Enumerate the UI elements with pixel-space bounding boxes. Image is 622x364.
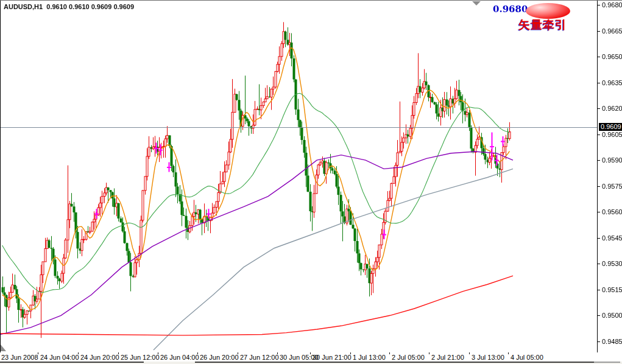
mt4-chart-window: AUDUSD,H1 0.9610 0.9610 0.9609 0.9609 0.… — [0, 0, 622, 364]
price-axis-tick — [598, 341, 600, 342]
price-axis-tick — [598, 315, 600, 316]
time-axis-tick — [429, 352, 429, 354]
price-tick-label: 0.9530 — [602, 260, 622, 267]
vector-indicator-name: 矢量牵引 — [518, 17, 567, 33]
price-tick-label: 0.9605 — [602, 131, 622, 138]
chart-plot-area — [0, 1, 597, 353]
price-axis-tick — [598, 135, 600, 135]
chart-title: AUDUSD,H1 0.9610 0.9610 0.9609 0.9609 — [4, 3, 134, 10]
time-axis-tick — [158, 352, 158, 354]
price-tick-label: 0.9575 — [602, 183, 622, 190]
price-tick-label: 0.9590 — [602, 156, 622, 164]
price-axis-tick — [598, 5, 600, 5]
time-axis-tick — [469, 352, 470, 354]
price-tick-label: 0.9620 — [602, 105, 622, 112]
time-tick-label: 24 Jun 04:00 — [40, 354, 79, 361]
price-tick-label: 0.9500 — [602, 312, 622, 319]
time-tick-label: 26 Jun 20:00 — [200, 354, 239, 361]
scroll-corner-marker-icon — [1, 345, 6, 351]
time-axis-tick — [197, 352, 198, 354]
time-tick-label: 25 Jun 12:00 — [121, 354, 160, 361]
current-price-tag: 0.9609 — [599, 123, 622, 131]
price-axis-tick — [598, 160, 600, 161]
price-tick-label: 0.9650 — [602, 53, 622, 60]
price-tick-label: 0.9545 — [602, 234, 622, 242]
candlestick-chart[interactable] — [0, 1, 597, 352]
time-axis-tick — [277, 352, 278, 354]
bottom-border-segment — [0, 362, 144, 363]
price-tick-label: 0.9635 — [602, 79, 622, 86]
price-axis-tick — [598, 57, 600, 57]
price-axis-tick — [598, 83, 600, 83]
time-axis-tick — [78, 352, 79, 354]
time-tick-label: 2 Jul 05:00 — [392, 354, 425, 361]
time-axis-tick — [118, 352, 119, 354]
chart-left-frame — [0, 1, 1, 352]
price-tick-label: 0.9560 — [602, 208, 622, 215]
bottom-border-segment — [594, 362, 620, 363]
price-tick-label: 0.9665 — [602, 27, 622, 35]
window-bottom-border — [0, 362, 622, 364]
time-tick-label: 23 Jun 2008 — [1, 354, 38, 361]
time-tick-label: 24 Jun 20:00 — [80, 354, 119, 361]
price-tick-label: 0.9515 — [602, 286, 622, 293]
time-tick-label: 4 Jul 05:00 — [511, 354, 543, 361]
time-axis-tick — [350, 352, 351, 354]
price-axis-tick — [598, 212, 600, 212]
price-axis[interactable]: 0.9609 0.96800.96650.96500.96350.96200.9… — [597, 1, 622, 352]
time-axis-tick — [310, 352, 311, 354]
price-axis-tick — [598, 238, 600, 239]
price-tick-label: 0.9485 — [602, 338, 622, 345]
time-axis-tick — [238, 352, 238, 354]
time-tick-label: 2 Jul 21:00 — [431, 354, 464, 361]
time-tick-label: 30 Jun 21:00 — [313, 354, 352, 361]
bottom-border-segment — [195, 362, 594, 363]
time-tick-label: 3 Jul 13:00 — [472, 354, 504, 361]
time-tick-label: 26 Jun 04:00 — [160, 354, 199, 361]
indicator-price-label: 0.9680 — [493, 4, 528, 15]
time-tick-label: 1 Jul 13:00 — [353, 354, 386, 361]
chart-shift-marker-icon[interactable] — [472, 1, 481, 5]
price-axis-tick — [598, 108, 600, 109]
time-axis-tick — [508, 352, 509, 354]
price-axis-tick — [598, 186, 600, 187]
price-axis-tick — [598, 264, 600, 264]
price-axis-tick — [598, 31, 600, 32]
price-tick-label: 0.9680 — [602, 1, 622, 9]
price-axis-tick — [598, 290, 600, 290]
time-axis-tick — [38, 352, 38, 354]
time-axis[interactable]: 23 Jun 200824 Jun 04:0024 Jun 20:0025 Ju… — [0, 352, 622, 362]
time-axis-tick — [389, 352, 390, 354]
time-tick-label: 27 Jun 12:00 — [240, 354, 279, 361]
